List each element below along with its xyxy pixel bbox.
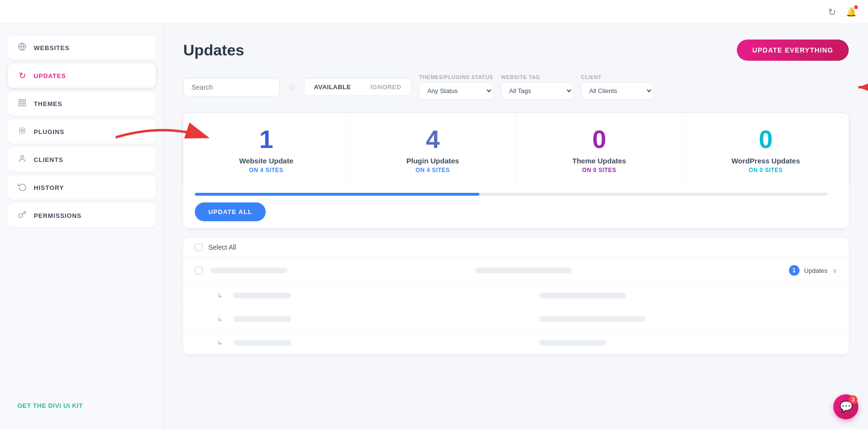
history-icon [17, 182, 27, 193]
svg-point-8 [21, 155, 24, 158]
main-layout: WEBSITES ↻ UPDATES THEMES PLUGINS CLIENT… [0, 24, 868, 429]
website-tag-label: WEBSITE TAG [501, 74, 573, 80]
topbar: ↻ 🔔 [0, 0, 868, 24]
content-header: Updates UPDATE EVERYTHING [183, 40, 849, 61]
select-all-row: Select All [183, 238, 849, 257]
sidebar-item-updates[interactable]: ↻ UPDATES [8, 64, 156, 88]
sidebar-item-permissions[interactable]: PERMISSIONS [8, 203, 156, 228]
plugins-icon [17, 126, 27, 137]
available-ignored-toggle: AVAILABLE IGNORED [304, 78, 411, 96]
row-left-2 [233, 293, 531, 298]
row-mid-3 [539, 316, 837, 322]
get-divi-link[interactable]: GET THE DIVI UI KIT [17, 402, 83, 409]
row-site-url-1 [475, 268, 572, 273]
sidebar-item-plugins-label: PLUGINS [34, 128, 64, 135]
stat-plugin-updates: 4 Plugin Updates ON 4 SITES [350, 113, 516, 185]
update-all-button[interactable]: UPDATE ALL [195, 202, 266, 221]
row-left-1 [210, 268, 468, 273]
progress-bar-wrap [183, 185, 849, 196]
stats-actions-wrap: 1 Website Update ON 4 SITES 4 Plugin Upd… [183, 113, 849, 228]
refresh-icon[interactable]: ↻ [828, 6, 836, 18]
sidebar-item-themes[interactable]: THEMES [8, 92, 156, 116]
row-site-url-3 [539, 316, 645, 322]
updates-badge-1: 1 [789, 265, 800, 276]
sidebar-item-themes-label: THEMES [34, 100, 62, 107]
notification-dot [854, 5, 858, 9]
row-site-url-4 [539, 340, 607, 346]
select-all-checkbox[interactable] [195, 243, 203, 251]
sidebar-item-history[interactable]: HISTORY [8, 175, 156, 200]
stat-plugin-sublabel: ON 4 SITES [359, 167, 506, 174]
svg-rect-3 [23, 99, 26, 102]
update-all-row: UPDATE ALL [183, 196, 849, 228]
client-select[interactable]: All Clients [581, 82, 653, 100]
row-left-3 [233, 316, 531, 322]
row-site-name-4 [233, 340, 291, 346]
svg-point-6 [21, 130, 24, 132]
row-right-1: 1 Updates ∨ [741, 265, 837, 276]
stat-theme-updates: 0 Theme Updates ON 0 SITES [516, 113, 683, 185]
stat-theme-sublabel: ON 0 SITES [526, 167, 673, 174]
chat-bubble[interactable]: 💬 3 [833, 394, 858, 419]
stat-website-number: 1 [193, 127, 339, 152]
row-left-4 [233, 340, 531, 346]
stat-website-label: Website Update [193, 157, 339, 165]
row-site-name-2 [233, 293, 291, 298]
sub-arrow-4: ↳ [217, 339, 223, 347]
stat-website-sublabel: ON 4 SITES [193, 167, 339, 174]
sidebar-bottom: GET THE DIVI UI KIT [8, 393, 156, 417]
sidebar-item-clients[interactable]: CLIENTS [8, 147, 156, 172]
row-checkbox-1[interactable] [195, 267, 203, 274]
sidebar-item-updates-label: UPDATES [34, 72, 66, 80]
svg-rect-5 [23, 104, 26, 106]
search-input[interactable] [183, 78, 280, 96]
sub-arrow-2: ↳ [217, 292, 223, 299]
sidebar-item-websites-label: WEBSITES [34, 44, 69, 52]
globe-icon [17, 42, 27, 53]
ignored-toggle[interactable]: IGNORED [361, 79, 411, 95]
stat-theme-number: 0 [526, 127, 673, 152]
row-mid-4 [539, 340, 837, 346]
sidebar-item-plugins[interactable]: PLUGINS [8, 120, 156, 144]
table-row-sub-3: ↳ [183, 308, 849, 331]
updates-icon: ↻ [17, 70, 27, 81]
stat-wordpress-label: WordPress Updates [692, 157, 839, 165]
updates-label-1: Updates [804, 267, 827, 274]
sidebar-item-clients-label: CLIENTS [34, 156, 63, 163]
chevron-down-icon-1[interactable]: ∨ [832, 267, 837, 274]
row-site-name-3 [233, 316, 291, 322]
filter-bar: ☆ AVAILABLE IGNORED THEMES/PLUGINS STATU… [183, 74, 849, 100]
stat-theme-label: Theme Updates [526, 157, 673, 165]
row-mid-2 [539, 293, 837, 298]
sub-arrow-3: ↳ [217, 315, 223, 323]
themes-icon [17, 98, 27, 109]
stat-wordpress-sublabel: ON 0 SITES [692, 167, 839, 174]
select-all-label: Select All [208, 243, 236, 251]
sidebar: WEBSITES ↻ UPDATES THEMES PLUGINS CLIENT… [0, 24, 164, 429]
page-title: Updates [183, 41, 244, 59]
table-section: Select All 1 Updates ∨ ↳ [183, 238, 849, 354]
website-tag-filter-group: WEBSITE TAG All Tags [501, 74, 573, 100]
table-row-sub-2: ↳ [183, 284, 849, 308]
notification-icon[interactable]: 🔔 [846, 7, 856, 17]
sidebar-item-history-label: HISTORY [34, 184, 64, 191]
stat-wordpress-number: 0 [692, 127, 839, 152]
chat-badge: 3 [849, 395, 857, 404]
table-row-sub-4: ↳ [183, 331, 849, 354]
permissions-icon [17, 210, 27, 221]
available-toggle[interactable]: AVAILABLE [304, 79, 361, 95]
themes-plugins-label: THEMES/PLUGINS STATUS [419, 74, 493, 80]
red-arrow-to-client [854, 78, 868, 97]
row-site-name-1 [210, 268, 287, 273]
svg-rect-4 [19, 104, 21, 106]
table-row: 1 Updates ∨ [183, 257, 849, 284]
star-icon[interactable]: ☆ [287, 81, 296, 93]
stat-plugin-number: 4 [359, 127, 506, 152]
sidebar-item-websites[interactable]: WEBSITES [8, 36, 156, 60]
website-tag-select[interactable]: All Tags [501, 82, 573, 100]
client-filter-group: CLIENT All Clients [581, 74, 653, 100]
update-everything-button[interactable]: UPDATE EVERYTHING [737, 40, 849, 61]
stat-plugin-label: Plugin Updates [359, 157, 506, 165]
themes-plugins-filter-group: THEMES/PLUGINS STATUS Any Status [419, 74, 493, 100]
themes-plugins-select[interactable]: Any Status [419, 82, 493, 100]
